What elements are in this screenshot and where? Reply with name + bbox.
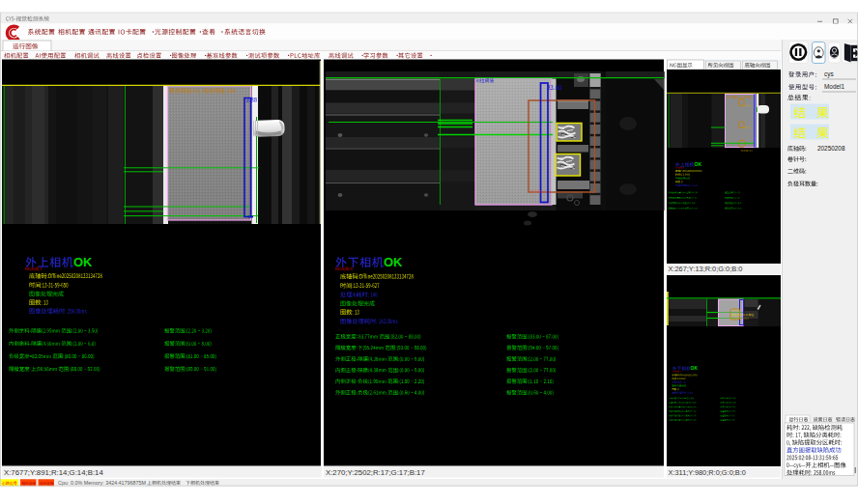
svg-text:cys: cys: [824, 70, 834, 78]
svg-text:X:7677;Y:891;R:14;G:14;B:14: X:7677;Y:891;R:14;G:14;B:14: [4, 468, 103, 477]
svg-text:Cpu: 0.0% Memory: 3424.4179687: Cpu: 0.0% Memory: 3424.41796875M: [58, 480, 147, 486]
svg-text:OK: OK: [691, 365, 699, 371]
svg-text:OK: OK: [73, 255, 93, 269]
svg-text:OK: OK: [695, 161, 702, 167]
svg-text:X:311;Y:980;R:0;G:0;B:0: X:311;Y:980;R:0;G:0;B:0: [669, 468, 746, 477]
svg-text:OK: OK: [384, 255, 403, 269]
svg-text:Model1: Model1: [824, 83, 844, 90]
svg-text:X:270;Y:2502;R:17;G:17;B:17: X:270;Y:2502;R:17;G:17;B:17: [326, 468, 425, 477]
svg-text:X:267;Y:13;R:0;G:0;B:0: X:267;Y:13;R:0;G:0;B:0: [669, 265, 743, 273]
svg-text:20250208: 20250208: [817, 145, 845, 152]
